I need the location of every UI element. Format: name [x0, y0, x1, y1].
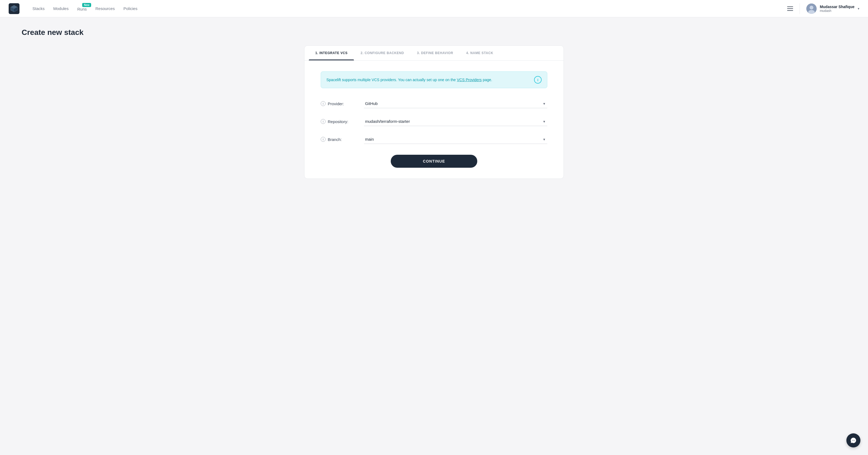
nav-menu: Stacks Modules Runs New Resources Polici… — [32, 6, 787, 11]
repository-select[interactable]: mudash/terraform-starter — [364, 117, 547, 126]
navbar-divider — [800, 3, 800, 14]
logo[interactable] — [9, 3, 20, 14]
nav-runs[interactable]: Runs New — [78, 6, 87, 11]
user-chevron-icon: ▾ — [858, 7, 859, 10]
card-content: Spacelift supports multiple VCS provider… — [305, 61, 563, 179]
hamburger-menu[interactable] — [787, 6, 793, 11]
provider-select-container: GitHub GitLab Bitbucket Azure DevOps ▾ — [364, 99, 547, 108]
navbar-right: Mudassar Shafique mudash ▾ — [787, 3, 859, 14]
wizard-tabs: 1. INTEGRATE VCS 2. CONFIGURE BACKEND 3.… — [305, 46, 563, 61]
nav-resources[interactable]: Resources — [95, 6, 115, 11]
nav-stacks[interactable]: Stacks — [32, 6, 44, 11]
tab-name-stack[interactable]: 4. NAME STACK — [460, 46, 500, 60]
main-content: Create new stack 1. INTEGRATE VCS 2. CON… — [0, 17, 868, 190]
nav-modules[interactable]: Modules — [53, 6, 69, 11]
branch-select-container: main develop master ▾ — [364, 135, 547, 144]
user-handle: mudash — [820, 9, 855, 13]
user-info: Mudassar Shafique mudash — [820, 5, 855, 13]
avatar — [806, 3, 817, 14]
provider-field: i Provider: GitHub GitLab Bitbucket Azur… — [321, 99, 547, 108]
user-name: Mudassar Shafique — [820, 5, 855, 9]
vcs-providers-link[interactable]: VCS Providers — [457, 78, 482, 82]
provider-label-container: i Provider: — [321, 101, 364, 106]
repository-field: i Repository: mudash/terraform-starter ▾ — [321, 117, 547, 126]
info-box-text: Spacelift supports multiple VCS provider… — [327, 78, 492, 82]
chat-bubble[interactable] — [846, 433, 861, 448]
info-box: Spacelift supports multiple VCS provider… — [321, 71, 547, 88]
navbar: Stacks Modules Runs New Resources Polici… — [0, 0, 868, 17]
user-profile[interactable]: Mudassar Shafique mudash ▾ — [806, 3, 859, 14]
repository-info-icon[interactable]: i — [321, 119, 326, 124]
branch-info-icon[interactable]: i — [321, 137, 326, 142]
provider-select[interactable]: GitHub GitLab Bitbucket Azure DevOps — [364, 99, 547, 108]
nav-policies[interactable]: Policies — [123, 6, 137, 11]
provider-info-icon[interactable]: i — [321, 101, 326, 106]
branch-label: Branch: — [328, 137, 342, 142]
runs-badge: New — [82, 3, 91, 7]
provider-label: Provider: — [328, 101, 344, 106]
branch-field: i Branch: main develop master ▾ — [321, 135, 547, 144]
repository-select-container: mudash/terraform-starter ▾ — [364, 117, 547, 126]
branch-label-container: i Branch: — [321, 137, 364, 142]
wizard-card: 1. INTEGRATE VCS 2. CONFIGURE BACKEND 3.… — [304, 46, 564, 179]
info-circle-icon: i — [534, 76, 541, 84]
svg-point-2 — [810, 6, 813, 9]
repository-label: Repository: — [328, 119, 348, 124]
tab-configure-backend[interactable]: 2. CONFIGURE BACKEND — [354, 46, 410, 60]
continue-button[interactable]: CONTINUE — [391, 155, 477, 168]
tab-integrate-vcs[interactable]: 1. INTEGRATE VCS — [309, 46, 354, 60]
repository-label-container: i Repository: — [321, 119, 364, 124]
tab-define-behavior[interactable]: 3. DEFINE BEHAVIOR — [410, 46, 460, 60]
page-title: Create new stack — [22, 28, 846, 37]
branch-select[interactable]: main develop master — [364, 135, 547, 144]
